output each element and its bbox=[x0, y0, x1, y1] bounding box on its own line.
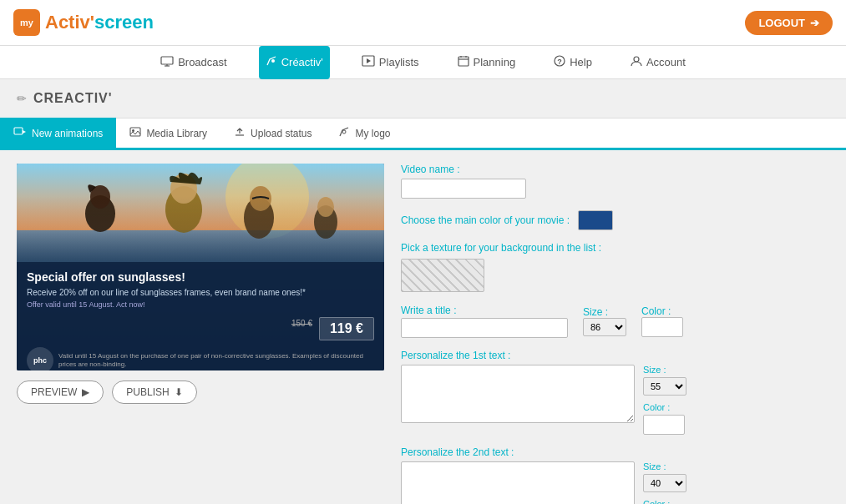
animations-icon bbox=[13, 126, 27, 140]
text1-row: Size : 55407286100 Color : bbox=[401, 365, 829, 435]
preview-description: Receive 20% off on our line of sunglasse… bbox=[27, 287, 374, 310]
brand-logo: phc bbox=[27, 347, 53, 370]
svg-point-11 bbox=[132, 129, 134, 132]
new-price: 119 € bbox=[319, 317, 374, 340]
preview-title: Special offer on sunglasses! bbox=[27, 270, 374, 284]
title-label: Write a title : bbox=[401, 305, 456, 316]
subtab-media-library[interactable]: Media Library bbox=[116, 118, 220, 149]
top-bar: my Activ'screen LOGOUT ➔ bbox=[0, 0, 846, 46]
nav-item-creactiv[interactable]: Créactiv' bbox=[259, 46, 330, 79]
main-color-swatch[interactable] bbox=[578, 210, 613, 230]
main-content: Special offer on sunglasses! Receive 20%… bbox=[0, 150, 846, 504]
subtab-upload-status[interactable]: Upload status bbox=[220, 118, 325, 149]
text1-size-select[interactable]: 55407286100 bbox=[643, 377, 686, 396]
logo-area: my Activ'screen bbox=[13, 9, 154, 36]
help-icon: ? bbox=[554, 55, 565, 69]
text2-size-select[interactable]: 40557286100 bbox=[643, 474, 686, 492]
text2-color-group: Color : bbox=[643, 499, 686, 504]
creactiv-icon bbox=[266, 55, 277, 69]
text1-section: Personalize the 1st text : Size : 554072… bbox=[401, 350, 829, 435]
text2-size-label: Size : bbox=[643, 461, 686, 471]
title-row: Write a title : Size : 86405572100 Color… bbox=[401, 304, 829, 338]
text2-size-group: Size : 40557286100 bbox=[643, 461, 686, 492]
title-group: Write a title : bbox=[401, 304, 568, 338]
preview-price-area: 150 € 119 € bbox=[27, 317, 374, 340]
logout-icon: ➔ bbox=[810, 17, 819, 29]
title-size-label: Size : bbox=[583, 306, 608, 318]
texture-swatch[interactable] bbox=[401, 259, 484, 292]
preview-area: Special offer on sunglasses! Receive 20%… bbox=[17, 164, 384, 504]
text1-color-group: Color : bbox=[643, 402, 686, 435]
svg-rect-4 bbox=[458, 57, 469, 66]
title-color-label: Color : bbox=[641, 305, 671, 317]
title-input[interactable] bbox=[401, 318, 568, 338]
main-color-label: Choose the main color of your movie : bbox=[401, 214, 570, 226]
text2-label: Personalize the 2nd text : bbox=[401, 446, 829, 458]
text2-row: Size : 40557286100 Color : bbox=[401, 461, 829, 504]
text2-section: Personalize the 2nd text : Size : 405572… bbox=[401, 446, 829, 504]
download-icon: ⬇ bbox=[175, 386, 183, 398]
preview-buttons: PREVIEW ▶ PUBLISH ⬇ bbox=[17, 381, 384, 404]
preview-footer: phc Valid until 15 August on the purchas… bbox=[27, 347, 374, 370]
text1-textarea[interactable] bbox=[401, 365, 635, 423]
playlists-icon bbox=[362, 55, 375, 69]
logo-tab-icon bbox=[338, 126, 350, 140]
title-size-group: Size : 86405572100 bbox=[583, 305, 626, 336]
text1-size-color: Size : 55407286100 Color : bbox=[643, 365, 686, 435]
nav-menu: Broadcast Créactiv' Playlists Planning ?… bbox=[0, 46, 846, 79]
preview-button[interactable]: PREVIEW ▶ bbox=[17, 381, 104, 404]
title-size-select[interactable]: 86405572100 bbox=[583, 318, 626, 336]
nav-item-account[interactable]: Account bbox=[624, 46, 692, 79]
old-price: 150 € bbox=[291, 319, 312, 328]
preview-image-top bbox=[17, 164, 384, 272]
svg-marker-9 bbox=[23, 130, 26, 134]
svg-point-7 bbox=[634, 57, 639, 62]
video-name-input[interactable] bbox=[401, 179, 526, 199]
page-title: CREACTIV' bbox=[33, 91, 113, 106]
text1-size-label: Size : bbox=[643, 365, 686, 375]
video-name-row: Video name : bbox=[401, 164, 829, 199]
title-color-group: Color : bbox=[641, 305, 683, 337]
text1-label: Personalize the 1st text : bbox=[401, 350, 829, 361]
play-icon: ▶ bbox=[82, 386, 89, 398]
broadcast-icon bbox=[160, 55, 174, 69]
logout-button[interactable]: LOGOUT ➔ bbox=[745, 11, 833, 35]
page-header: CREACTIV' bbox=[0, 79, 846, 118]
video-preview: Special offer on sunglasses! Receive 20%… bbox=[17, 164, 384, 370]
texture-row: Pick a texture for your background in th… bbox=[401, 242, 829, 292]
nav-item-playlists[interactable]: Playlists bbox=[355, 46, 426, 79]
text1-color-swatch[interactable] bbox=[643, 415, 685, 435]
sub-tabs: New animations Media Library Upload stat… bbox=[0, 118, 846, 150]
svg-point-1 bbox=[271, 59, 275, 63]
title-color-swatch[interactable] bbox=[641, 317, 683, 337]
pencil-icon bbox=[17, 92, 27, 105]
text2-color-label: Color : bbox=[643, 499, 686, 504]
account-icon bbox=[631, 55, 642, 69]
form-area: Video name : Choose the main color of yo… bbox=[401, 164, 829, 504]
nav-item-broadcast[interactable]: Broadcast bbox=[154, 46, 234, 79]
media-icon bbox=[129, 126, 141, 140]
nav-item-help[interactable]: ? Help bbox=[547, 46, 599, 79]
logo-text: Activ'screen bbox=[45, 12, 154, 33]
video-name-label: Video name : bbox=[401, 164, 829, 175]
preview-bottom: Special offer on sunglasses! Receive 20%… bbox=[17, 262, 384, 370]
nav-item-planning[interactable]: Planning bbox=[451, 46, 523, 79]
text1-color-label: Color : bbox=[643, 402, 686, 412]
subtab-my-logo[interactable]: My logo bbox=[325, 118, 403, 149]
logo-icon: my bbox=[13, 9, 40, 36]
text2-size-color: Size : 40557286100 Color : bbox=[643, 461, 686, 504]
text2-textarea[interactable] bbox=[401, 461, 635, 504]
people-overlay bbox=[17, 164, 384, 272]
svg-text:?: ? bbox=[557, 58, 562, 66]
texture-label: Pick a texture for your background in th… bbox=[401, 242, 829, 254]
main-color-row: Choose the main color of your movie : bbox=[401, 210, 829, 230]
publish-button[interactable]: PUBLISH ⬇ bbox=[112, 381, 196, 404]
svg-rect-0 bbox=[161, 57, 173, 64]
upload-icon bbox=[234, 126, 246, 140]
subtab-new-animations[interactable]: New animations bbox=[0, 118, 116, 149]
planning-icon bbox=[458, 55, 469, 69]
svg-rect-8 bbox=[14, 128, 23, 134]
svg-marker-3 bbox=[367, 58, 371, 63]
svg-point-12 bbox=[342, 130, 346, 134]
text1-size-group: Size : 55407286100 bbox=[643, 365, 686, 396]
